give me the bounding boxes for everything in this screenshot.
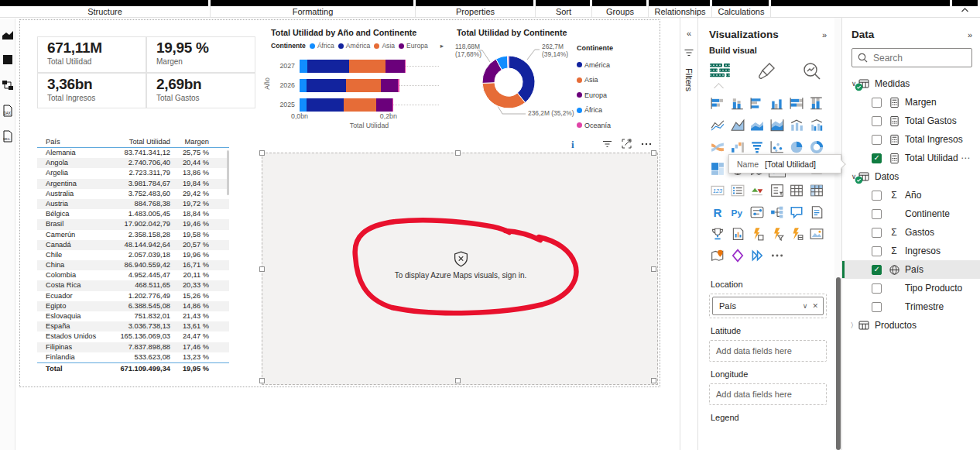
matrix-icon[interactable]: [808, 182, 825, 199]
table-row[interactable]: Colombia4.952.445,4720,11 %: [37, 270, 229, 280]
table-row[interactable]: Camerún2.358.158,2819,58 %: [37, 230, 229, 240]
bar-segment-asia[interactable]: [344, 98, 377, 112]
bar-segment-áfrica[interactable]: [300, 60, 307, 73]
more-options-icon[interactable]: [641, 143, 652, 146]
remove-field-icon[interactable]: ✕: [812, 302, 818, 310]
ribbon-tab-groups[interactable]: Groups: [592, 6, 649, 17]
legend-item[interactable]: América: [577, 57, 613, 73]
clustered-column-chart-icon[interactable]: [769, 95, 786, 112]
table-row[interactable]: China86.940.559,4216,71 %: [37, 260, 229, 270]
focus-mode-icon[interactable]: [622, 139, 632, 149]
bar-segment-oceanía[interactable]: [392, 98, 393, 112]
kpi-card[interactable]: 3,36bnTotal Ingresos: [37, 73, 146, 109]
kpi-card[interactable]: 2,69bnTotal Gastos: [146, 73, 255, 109]
field-checkbox[interactable]: [872, 135, 882, 145]
slicer-new-icon[interactable]: [749, 204, 766, 221]
selection-handle[interactable]: [259, 378, 265, 383]
tree-table-productos[interactable]: 〉Productos: [842, 316, 980, 335]
table-row[interactable]: Bélgica1.483.005,4518,84 %: [37, 209, 229, 219]
ribbon-tab-relationships[interactable]: Relationships: [649, 6, 712, 17]
info-icon[interactable]: i: [568, 139, 577, 149]
bar-segment-europa[interactable]: [385, 60, 405, 73]
legend-scroll-arrow[interactable]: ▸: [440, 42, 444, 50]
tree-field-país[interactable]: País: [842, 260, 980, 279]
field-checkbox[interactable]: [872, 302, 882, 312]
metrics-icon[interactable]: [709, 225, 726, 242]
tree-field-total-utilidad[interactable]: Total Utilidad⋯: [842, 149, 980, 167]
r-script-visual-icon[interactable]: R: [709, 204, 726, 221]
bar-segment-áfrica[interactable]: [300, 98, 307, 112]
field-checkbox[interactable]: [872, 246, 882, 256]
field-checkbox[interactable]: [872, 191, 882, 201]
donut-slice-oceanía[interactable]: [508, 56, 509, 68]
table-row[interactable]: Brasil17.902.042,7919,46 %: [37, 219, 229, 229]
bar-segment-oceanía[interactable]: [398, 79, 399, 92]
table-row[interactable]: Eslovaquia751.832,0121,43 %: [37, 311, 229, 321]
deneb-visual-icon[interactable]: [729, 247, 746, 264]
azure-maps-visual[interactable]: To display Azure Maps visuals, sign in.: [262, 153, 658, 385]
image-icon[interactable]: [808, 225, 825, 242]
table-row[interactable]: Filipinas7.837.898,8817,46 %: [37, 342, 229, 352]
filter-icon[interactable]: [602, 139, 612, 149]
bar-segment-europa[interactable]: [381, 79, 398, 92]
tree-table-medidas[interactable]: ∨Medidas: [842, 74, 980, 93]
tree-field-ingresos[interactable]: ΣIngresos: [842, 242, 980, 260]
tree-field-margen[interactable]: Margen: [842, 93, 980, 112]
donut-slice-asia[interactable]: [482, 83, 525, 108]
collapse-data-pane-icon[interactable]: »: [968, 30, 972, 40]
kpi-icon[interactable]: [749, 182, 766, 199]
table-row[interactable]: Argentina3.981.784,6719,84 %: [37, 179, 229, 189]
power-apps-visual-icon[interactable]: [749, 225, 766, 242]
card-icon[interactable]: 123: [709, 182, 726, 199]
waterfall-chart-icon[interactable]: [729, 139, 746, 156]
chevron-right-icon[interactable]: 〉: [850, 321, 858, 331]
stacked-bar[interactable]: [300, 98, 393, 112]
q-and-a-icon[interactable]: [788, 204, 805, 221]
bar-segment-oceanía[interactable]: [405, 60, 406, 73]
table-row[interactable]: Australia3.752.483,6029,42 %: [37, 189, 229, 199]
selection-handle[interactable]: [259, 266, 265, 272]
selection-handle[interactable]: [651, 378, 656, 383]
table-row[interactable]: España3.036.738,1313,61 %: [37, 321, 229, 331]
100-stacked-area-chart-icon[interactable]: [769, 117, 786, 134]
python-visual-icon[interactable]: Py: [729, 204, 746, 221]
kpi-card-group[interactable]: 671,11MTotal Utilidad 19,95 %Margen 3,36…: [37, 36, 255, 108]
col-header-total-utilidad[interactable]: Total Utilidad: [111, 136, 170, 147]
paginated-report-icon[interactable]: [729, 225, 746, 242]
funnel-chart-icon[interactable]: [749, 139, 766, 156]
power-automate-visual-icon[interactable]: [769, 225, 786, 242]
table-row[interactable]: Austria884.768,3819,72 %: [37, 199, 229, 209]
treemap-icon[interactable]: [709, 160, 726, 177]
bar-segment-américa[interactable]: [307, 79, 346, 92]
legend-item[interactable]: Europa: [399, 42, 428, 50]
ribbon-chart-icon[interactable]: [709, 139, 726, 156]
tree-field-año[interactable]: ΣAño: [842, 186, 980, 204]
slicer-icon[interactable]: [769, 182, 786, 199]
stacked-bar[interactable]: [300, 79, 399, 92]
bar-segment-américa[interactable]: [307, 60, 349, 73]
line-chart-icon[interactable]: [709, 117, 726, 134]
scatter-chart-icon[interactable]: [769, 139, 786, 156]
smart-narrative-icon[interactable]: [808, 204, 825, 221]
search-input[interactable]: Search: [852, 48, 972, 67]
ribbon-tab-structure[interactable]: Structure: [0, 6, 211, 17]
chevron-down-icon[interactable]: ∨: [803, 302, 808, 310]
tree-field-gastos[interactable]: ΣGastos: [842, 223, 980, 242]
field-pill-país[interactable]: País∨✕: [712, 297, 824, 315]
stacked-column-chart-icon[interactable]: [729, 95, 746, 112]
tree-field-continente[interactable]: Continente: [842, 204, 980, 223]
100-stacked-bar-chart-icon[interactable]: [788, 95, 805, 112]
field-checkbox[interactable]: [872, 283, 882, 294]
tree-field-tipo-producto[interactable]: Tipo Producto: [842, 279, 980, 297]
kpi-card[interactable]: 19,95 %Margen: [146, 36, 255, 73]
bar-segment-américa[interactable]: [307, 98, 344, 112]
legend-item[interactable]: América: [338, 42, 371, 50]
model-view-icon[interactable]: [2, 79, 14, 91]
field-checkbox[interactable]: [872, 116, 882, 126]
table-row[interactable]: Egipto6.388.545,0814,86 %: [37, 301, 229, 311]
table-row[interactable]: Finlandia533.623,0813,23 %: [37, 352, 229, 362]
well-placeholder[interactable]: Add data fields here: [709, 383, 827, 405]
tree-table-datos[interactable]: ∨Datos: [842, 167, 980, 186]
field-checkbox[interactable]: [872, 98, 882, 108]
multi-row-card-icon[interactable]: [729, 182, 746, 199]
